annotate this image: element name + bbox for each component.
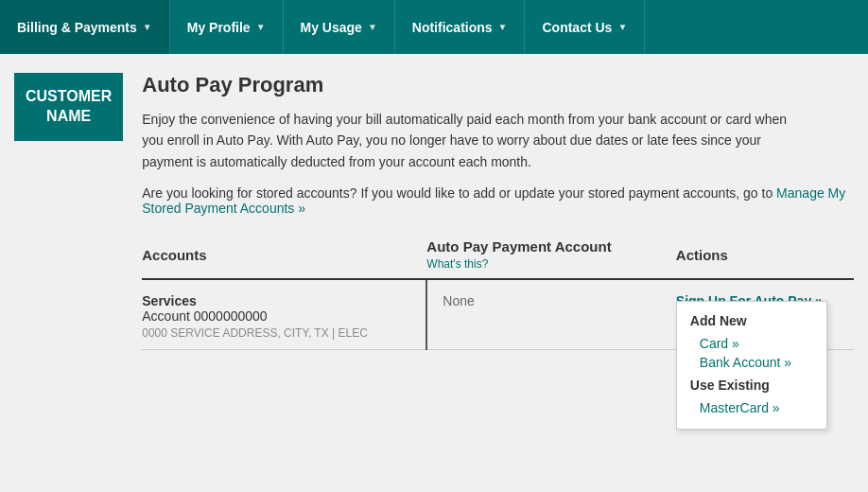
td-actions: Sign Up For Auto Pay » Add New Card » Ba… xyxy=(676,279,854,350)
mastercard-link[interactable]: MasterCard » xyxy=(690,398,813,417)
nav-my-profile-arrow: ▼ xyxy=(256,22,266,32)
nav-contact-us-label: Contact Us xyxy=(542,20,612,35)
autopay-dropdown: Add New Card » Bank Account » Use Existi… xyxy=(676,301,827,430)
account-number: Account 0000000000 xyxy=(142,308,425,324)
col-accounts-header: Accounts xyxy=(142,238,426,279)
main-panel: Auto Pay Program Enjoy the convenience o… xyxy=(142,73,854,350)
nav-contact-us[interactable]: Contact Us ▼ xyxy=(525,0,645,54)
page-content: CUSTOMERNAME Auto Pay Program Enjoy the … xyxy=(0,54,868,369)
service-name: Services xyxy=(142,293,425,308)
col-autopay-header: Auto Pay Payment Account What's this? xyxy=(426,238,675,279)
col-actions-header: Actions xyxy=(676,238,854,279)
nav-my-usage-label: My Usage xyxy=(301,20,362,35)
nav-notifications-label: Notifications xyxy=(412,20,493,35)
nav-my-usage[interactable]: My Usage ▼ xyxy=(284,0,395,54)
nav-my-profile-label: My Profile xyxy=(187,20,251,35)
nav-notifications[interactable]: Notifications ▼ xyxy=(395,0,526,54)
auto-pay-description: Enjoy the convenience of having your bil… xyxy=(142,109,804,172)
accounts-table: Accounts Auto Pay Payment Account What's… xyxy=(142,238,854,350)
bank-account-link[interactable]: Bank Account » xyxy=(690,353,813,372)
customer-block: CUSTOMERNAME xyxy=(14,73,123,141)
card-link[interactable]: Card » xyxy=(690,334,813,353)
td-payment-account: None xyxy=(426,279,675,350)
nav-my-profile[interactable]: My Profile ▼ xyxy=(170,0,284,54)
add-new-title: Add New xyxy=(690,313,813,328)
whats-this-link[interactable]: What's this? xyxy=(426,257,488,271)
nav-my-usage-arrow: ▼ xyxy=(368,22,377,32)
table-row: Services Account 0000000000 0000 SERVICE… xyxy=(142,279,854,350)
nav-billing-payments[interactable]: Billing & Payments ▼ xyxy=(0,0,170,54)
page-title: Auto Pay Program xyxy=(142,73,854,97)
payment-account-value: None xyxy=(443,293,474,308)
customer-name: CUSTOMERNAME xyxy=(26,87,112,127)
nav-notifications-arrow: ▼ xyxy=(498,22,508,32)
nav-billing-payments-label: Billing & Payments xyxy=(17,20,137,35)
td-accounts: Services Account 0000000000 0000 SERVICE… xyxy=(142,279,426,350)
service-address: 0000 SERVICE ADDRESS, CITY, TX | ELEC xyxy=(142,326,425,340)
stored-accounts-text: Are you looking for stored accounts? If … xyxy=(142,185,854,216)
main-nav: Billing & Payments ▼ My Profile ▼ My Usa… xyxy=(0,0,868,54)
use-existing-title: Use Existing xyxy=(690,378,813,393)
nav-billing-payments-arrow: ▼ xyxy=(143,22,152,32)
nav-contact-us-arrow: ▼ xyxy=(617,22,627,32)
